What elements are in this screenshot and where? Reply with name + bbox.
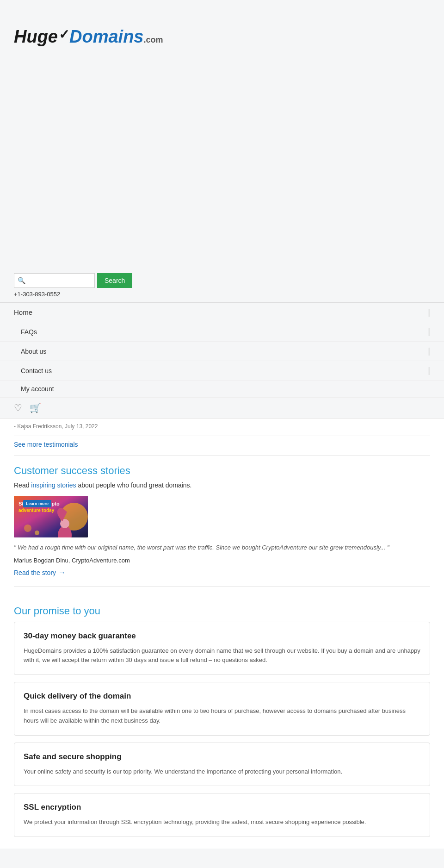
nav-faqs-divider: | — [428, 327, 430, 337]
search-area: 🔍 Search +1-303-893-0552 — [0, 269, 444, 303]
cart-icon[interactable]: 🛒 — [30, 402, 41, 413]
nav-contact[interactable]: Contact us | — [0, 361, 444, 381]
see-more-testimonials-link[interactable]: See more testimonials — [14, 441, 430, 448]
promise-card-2: Safe and secure shopping Your online saf… — [14, 743, 430, 787]
promise-section: Our promise to you 30-day money back gua… — [14, 591, 430, 849]
promise-card-2-title: Safe and secure shopping — [24, 752, 420, 762]
logo-domains: Domains — [69, 28, 143, 45]
main-content: - Kajsa Fredriksson, July 13, 2022 See m… — [0, 418, 444, 849]
read-story-label: Read the story — [14, 569, 56, 576]
promise-card-1: Quick delivery of the domain In most cas… — [14, 682, 430, 736]
nav-contact-divider: | — [428, 366, 430, 375]
story-image-line2: adventure today — [18, 507, 60, 514]
story-quote: " We had a rough time with our original … — [14, 543, 430, 552]
desc-suffix: about people who found great domains. — [76, 481, 192, 489]
svg-point-3 — [60, 519, 69, 528]
desc-prefix: Read — [14, 481, 31, 489]
nav-contact-label: Contact us — [21, 367, 52, 375]
search-icon: 🔍 — [18, 277, 25, 284]
nav-faqs-label: FAQs — [21, 328, 37, 336]
read-story-link[interactable]: Read the story → — [14, 568, 430, 577]
customer-stories-section: Customer success stories Read inspiring … — [14, 465, 430, 577]
promise-card-0: 30-day money back guarantee HugeDomains … — [14, 622, 430, 675]
svg-point-5 — [35, 531, 39, 535]
story-image-btn: Learn more — [23, 500, 51, 508]
nav-account[interactable]: My account — [0, 381, 444, 398]
wishlist-icon[interactable]: ♡ — [14, 402, 22, 413]
nav-about[interactable]: About us | — [0, 342, 444, 361]
logo-huge: Huge — [14, 28, 58, 45]
nav-account-label: My account — [21, 385, 54, 393]
nav-home[interactable]: Home | — [0, 303, 444, 322]
promise-card-0-text: HugeDomains provides a 100% satisfaction… — [24, 646, 420, 666]
promise-card-1-text: In most cases access to the domain will … — [24, 706, 420, 726]
story-author: Marius Bogdan Dinu, CryptoAdventure.com — [14, 557, 430, 564]
testimonial-snippet: - Kajsa Fredriksson, July 13, 2022 — [14, 418, 430, 436]
story-image: Start your crypto adventure today Learn … — [14, 496, 88, 537]
customer-stories-desc: Read inspiring stories about people who … — [14, 481, 430, 489]
nav-faqs[interactable]: FAQs | — [0, 322, 444, 342]
search-input[interactable] — [14, 273, 95, 288]
promise-title: Our promise to you — [14, 605, 430, 617]
svg-point-4 — [24, 525, 31, 532]
nav-about-label: About us — [21, 348, 46, 355]
top-section: Huge✓Domains.com — [0, 0, 444, 269]
story-image-overlay-text: Start your crypto adventure today Learn … — [18, 500, 60, 514]
promise-card-0-title: 30-day money back guarantee — [24, 631, 420, 641]
section-divider-2 — [14, 586, 430, 587]
nav-home-divider: | — [428, 307, 430, 317]
promise-card-3-text: We protect your information through SSL … — [24, 818, 420, 827]
site-logo[interactable]: Huge✓Domains.com — [14, 28, 430, 45]
search-row: 🔍 Search — [14, 273, 430, 288]
read-story-arrow-icon: → — [58, 568, 66, 577]
inspiring-stories-link[interactable]: inspiring stories — [31, 481, 76, 489]
nav-icons-row: ♡ 🛒 — [0, 398, 444, 418]
phone-number: +1-303-893-0552 — [14, 291, 430, 298]
story-image-inner: Start your crypto adventure today Learn … — [14, 496, 88, 537]
search-input-wrapper: 🔍 — [14, 273, 95, 288]
navigation-menu: Home | FAQs | About us | Contact us | My… — [0, 303, 444, 418]
logo-com: .com — [143, 36, 163, 44]
search-button[interactable]: Search — [97, 273, 132, 288]
promise-card-3: SSL encryption We protect your informati… — [14, 793, 430, 837]
section-divider-1 — [14, 455, 430, 456]
logo-area: Huge✓Domains.com — [14, 28, 430, 45]
promise-card-1-title: Quick delivery of the domain — [24, 692, 420, 701]
nav-about-divider: | — [428, 346, 430, 356]
logo-checkmark: ✓ — [59, 28, 69, 41]
testimonial-meta: - Kajsa Fredriksson, July 13, 2022 — [14, 423, 430, 430]
nav-home-label: Home — [14, 308, 32, 316]
customer-stories-title: Customer success stories — [14, 465, 430, 477]
promise-card-3-title: SSL encryption — [24, 803, 420, 812]
promise-card-2-text: Your online safety and security is our t… — [24, 767, 420, 777]
